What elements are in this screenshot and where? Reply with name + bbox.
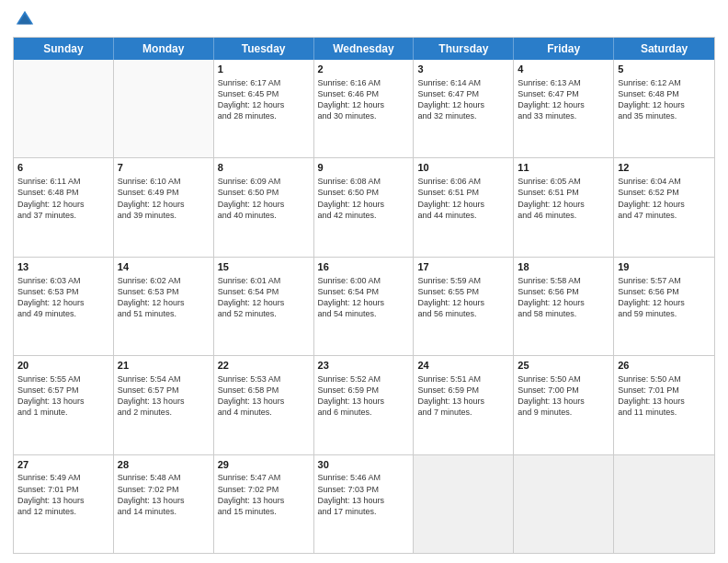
cell-info: Sunrise: 6:02 AM Sunset: 6:53 PM Dayligh… [118, 275, 210, 320]
calendar-cell-3-2: 22Sunrise: 5:53 AM Sunset: 6:58 PM Dayli… [214, 356, 314, 454]
calendar-cell-2-6: 19Sunrise: 5:57 AM Sunset: 6:56 PM Dayli… [614, 258, 714, 355]
calendar-cell-3-5: 25Sunrise: 5:50 AM Sunset: 7:00 PM Dayli… [514, 356, 614, 454]
cell-info: Sunrise: 5:51 AM Sunset: 6:59 PM Dayligh… [417, 373, 509, 419]
day-number: 16 [318, 260, 410, 274]
cell-info: Sunrise: 6:16 AM Sunset: 6:46 PM Dayligh… [318, 77, 410, 122]
cell-info: Sunrise: 6:17 AM Sunset: 6:45 PM Dayligh… [218, 77, 310, 122]
calendar-row-3: 20Sunrise: 5:55 AM Sunset: 6:57 PM Dayli… [14, 355, 714, 454]
cell-info: Sunrise: 6:06 AM Sunset: 6:51 PM Dayligh… [417, 176, 509, 221]
calendar: SundayMondayTuesdayWednesdayThursdayFrid… [13, 37, 715, 554]
day-number: 22 [218, 359, 310, 373]
calendar-cell-0-1 [114, 60, 214, 157]
cell-info: Sunrise: 5:59 AM Sunset: 6:55 PM Dayligh… [417, 275, 509, 320]
cell-info: Sunrise: 6:10 AM Sunset: 6:49 PM Dayligh… [118, 176, 210, 221]
header-day-friday: Friday [514, 38, 614, 60]
header [13, 9, 715, 29]
cell-info: Sunrise: 5:57 AM Sunset: 6:56 PM Dayligh… [618, 275, 711, 320]
day-number: 6 [17, 161, 109, 175]
calendar-cell-4-5 [514, 455, 614, 553]
calendar-cell-3-6: 26Sunrise: 5:50 AM Sunset: 7:01 PM Dayli… [614, 356, 714, 454]
day-number: 7 [118, 161, 210, 175]
cell-info: Sunrise: 5:53 AM Sunset: 6:58 PM Dayligh… [218, 373, 310, 419]
day-number: 11 [518, 161, 609, 175]
calendar-row-4: 27Sunrise: 5:49 AM Sunset: 7:01 PM Dayli… [14, 454, 714, 553]
cell-info: Sunrise: 6:09 AM Sunset: 6:50 PM Dayligh… [218, 176, 310, 221]
calendar-cell-0-6: 5Sunrise: 6:12 AM Sunset: 6:48 PM Daylig… [614, 60, 714, 157]
calendar-cell-2-0: 13Sunrise: 6:03 AM Sunset: 6:53 PM Dayli… [14, 258, 114, 355]
day-number: 29 [218, 458, 310, 472]
day-number: 10 [417, 161, 509, 175]
calendar-cell-1-1: 7Sunrise: 6:10 AM Sunset: 6:49 PM Daylig… [114, 158, 214, 256]
cell-info: Sunrise: 5:49 AM Sunset: 7:01 PM Dayligh… [17, 472, 109, 517]
calendar-cell-1-3: 9Sunrise: 6:08 AM Sunset: 6:50 PM Daylig… [314, 158, 415, 256]
day-number: 3 [417, 63, 509, 76]
cell-info: Sunrise: 5:48 AM Sunset: 7:02 PM Dayligh… [118, 472, 210, 517]
day-number: 8 [218, 161, 310, 175]
calendar-row-2: 13Sunrise: 6:03 AM Sunset: 6:53 PM Dayli… [14, 257, 714, 355]
day-number: 26 [618, 359, 711, 373]
calendar-cell-3-4: 24Sunrise: 5:51 AM Sunset: 6:59 PM Dayli… [414, 356, 514, 454]
cell-info: Sunrise: 6:11 AM Sunset: 6:48 PM Dayligh… [17, 176, 109, 221]
day-number: 28 [118, 458, 210, 472]
calendar-cell-2-2: 15Sunrise: 6:01 AM Sunset: 6:54 PM Dayli… [214, 258, 314, 355]
day-number: 15 [218, 260, 310, 274]
day-number: 17 [417, 260, 509, 274]
header-day-saturday: Saturday [614, 38, 714, 60]
cell-info: Sunrise: 6:12 AM Sunset: 6:48 PM Dayligh… [618, 77, 711, 122]
calendar-cell-2-3: 16Sunrise: 6:00 AM Sunset: 6:54 PM Dayli… [314, 258, 415, 355]
day-number: 25 [518, 359, 609, 373]
calendar-cell-4-0: 27Sunrise: 5:49 AM Sunset: 7:01 PM Dayli… [14, 455, 114, 553]
day-number: 23 [318, 359, 410, 373]
calendar-cell-1-0: 6Sunrise: 6:11 AM Sunset: 6:48 PM Daylig… [14, 158, 114, 256]
calendar-cell-0-2: 1Sunrise: 6:17 AM Sunset: 6:45 PM Daylig… [214, 60, 314, 157]
calendar-cell-4-3: 30Sunrise: 5:46 AM Sunset: 7:03 PM Dayli… [314, 455, 415, 553]
header-day-wednesday: Wednesday [314, 38, 415, 60]
day-number: 9 [318, 161, 410, 175]
cell-info: Sunrise: 5:58 AM Sunset: 6:56 PM Dayligh… [518, 275, 609, 320]
cell-info: Sunrise: 6:14 AM Sunset: 6:47 PM Dayligh… [417, 77, 509, 122]
day-number: 5 [618, 63, 711, 76]
day-number: 30 [318, 458, 410, 472]
calendar-cell-4-2: 29Sunrise: 5:47 AM Sunset: 7:02 PM Dayli… [214, 455, 314, 553]
header-day-thursday: Thursday [414, 38, 514, 60]
calendar-cell-1-2: 8Sunrise: 6:09 AM Sunset: 6:50 PM Daylig… [214, 158, 314, 256]
calendar-cell-1-5: 11Sunrise: 6:05 AM Sunset: 6:51 PM Dayli… [514, 158, 614, 256]
cell-info: Sunrise: 5:55 AM Sunset: 6:57 PM Dayligh… [17, 373, 109, 419]
calendar-header: SundayMondayTuesdayWednesdayThursdayFrid… [14, 38, 714, 60]
cell-info: Sunrise: 5:47 AM Sunset: 7:02 PM Dayligh… [218, 472, 310, 517]
calendar-cell-2-4: 17Sunrise: 5:59 AM Sunset: 6:55 PM Dayli… [414, 258, 514, 355]
day-number: 18 [518, 260, 609, 274]
cell-info: Sunrise: 6:13 AM Sunset: 6:47 PM Dayligh… [518, 77, 609, 122]
calendar-cell-1-6: 12Sunrise: 6:04 AM Sunset: 6:52 PM Dayli… [614, 158, 714, 256]
day-number: 2 [318, 63, 410, 76]
calendar-body: 1Sunrise: 6:17 AM Sunset: 6:45 PM Daylig… [14, 60, 714, 553]
calendar-cell-4-6 [614, 455, 714, 553]
calendar-cell-0-5: 4Sunrise: 6:13 AM Sunset: 6:47 PM Daylig… [514, 60, 614, 157]
day-number: 1 [218, 63, 310, 76]
header-day-monday: Monday [114, 38, 214, 60]
cell-info: Sunrise: 6:03 AM Sunset: 6:53 PM Dayligh… [17, 275, 109, 320]
calendar-cell-2-5: 18Sunrise: 5:58 AM Sunset: 6:56 PM Dayli… [514, 258, 614, 355]
day-number: 19 [618, 260, 711, 274]
cell-info: Sunrise: 6:00 AM Sunset: 6:54 PM Dayligh… [318, 275, 410, 320]
day-number: 14 [118, 260, 210, 274]
day-number: 20 [17, 359, 109, 373]
calendar-row-1: 6Sunrise: 6:11 AM Sunset: 6:48 PM Daylig… [14, 157, 714, 256]
day-number: 12 [618, 161, 711, 175]
calendar-cell-4-4 [414, 455, 514, 553]
day-number: 21 [118, 359, 210, 373]
calendar-cell-4-1: 28Sunrise: 5:48 AM Sunset: 7:02 PM Dayli… [114, 455, 214, 553]
day-number: 13 [17, 260, 109, 274]
logo [13, 9, 35, 29]
calendar-cell-3-3: 23Sunrise: 5:52 AM Sunset: 6:59 PM Dayli… [314, 356, 415, 454]
cell-info: Sunrise: 5:50 AM Sunset: 7:00 PM Dayligh… [518, 373, 609, 419]
calendar-row-0: 1Sunrise: 6:17 AM Sunset: 6:45 PM Daylig… [14, 60, 714, 157]
cell-info: Sunrise: 6:08 AM Sunset: 6:50 PM Dayligh… [318, 176, 410, 221]
day-number: 27 [17, 458, 109, 472]
cell-info: Sunrise: 5:50 AM Sunset: 7:01 PM Dayligh… [618, 373, 711, 419]
cell-info: Sunrise: 6:05 AM Sunset: 6:51 PM Dayligh… [518, 176, 609, 221]
logo-icon [15, 9, 35, 29]
calendar-cell-3-1: 21Sunrise: 5:54 AM Sunset: 6:57 PM Dayli… [114, 356, 214, 454]
cell-info: Sunrise: 6:01 AM Sunset: 6:54 PM Dayligh… [218, 275, 310, 320]
day-number: 24 [417, 359, 509, 373]
